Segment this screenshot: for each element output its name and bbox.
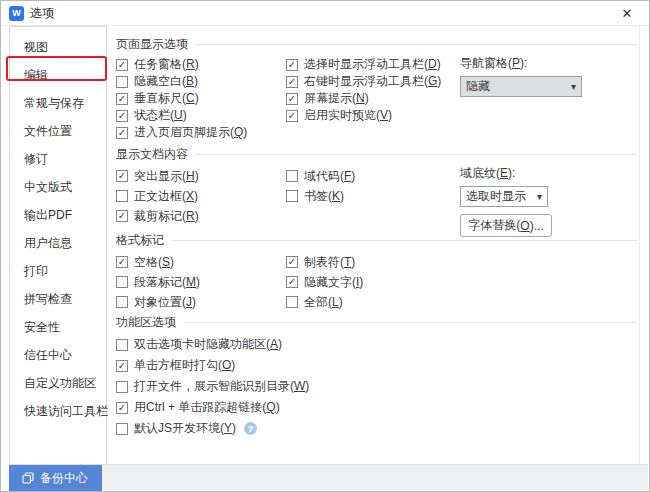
sidebar-item[interactable]: 输出PDF	[10, 201, 106, 229]
section: 显示文档内容✓突出显示(H)✓正文边框(X)✓裁剪标记(R)✓域代码(F)✓书签…	[108, 146, 639, 230]
checkbox-row: ✓进入页眉页脚提示(Q)	[116, 124, 247, 141]
checkbox-label: 突出显示(H)	[134, 168, 199, 185]
section-title: 功能区选项	[108, 314, 639, 330]
checkbox[interactable]: ✓	[286, 76, 298, 88]
side-label: 域底纹(E):	[460, 166, 552, 182]
checkbox-row: ✓隐藏空白(B)	[116, 73, 247, 90]
checkbox-label: 书签(K)	[304, 188, 344, 205]
checkbox[interactable]: ✓	[286, 276, 298, 288]
sidebar-item[interactable]: 打印	[10, 257, 106, 285]
checkbox[interactable]: ✓	[116, 76, 128, 88]
checkbox-row: ✓对象位置(J)	[116, 292, 200, 312]
dropdown-value: 隐藏	[466, 78, 567, 95]
section-body: ✓突出显示(H)✓正文边框(X)✓裁剪标记(R)✓域代码(F)✓书签(K)域底纹…	[108, 166, 639, 230]
checkbox[interactable]: ✓	[116, 127, 128, 139]
sidebar-item[interactable]: 用户信息	[10, 229, 106, 257]
checkbox-label: 单击方框时打勾(O)	[134, 357, 235, 374]
checkbox-row: ✓右键时显示浮动工具栏(G)	[286, 73, 441, 90]
checkbox[interactable]: ✓	[116, 423, 128, 435]
checkbox[interactable]: ✓	[116, 210, 128, 222]
bottom-bar: 备份中心	[9, 464, 648, 490]
checkbox-row: ✓屏幕提示(N)	[286, 90, 441, 107]
backup-center-icon	[22, 472, 34, 484]
dropdown[interactable]: 隐藏▾	[460, 76, 582, 97]
checkbox-row: ✓选择时显示浮动工具栏(D)	[286, 56, 441, 73]
section: 页面显示选项✓任务窗格(R)✓隐藏空白(B)✓垂直标尺(C)✓状态栏(U)✓进入…	[108, 36, 639, 144]
checkbox-label: 域代码(F)	[304, 168, 355, 185]
checkbox-row: ✓垂直标尺(C)	[116, 90, 247, 107]
checkbox[interactable]: ✓	[116, 190, 128, 202]
checkbox-label: 用Ctrl + 单击跟踪超链接(Q)	[134, 399, 280, 416]
checkbox-row: ✓打开文件，展示智能识别目录(W)	[116, 376, 309, 397]
checkbox-row: ✓双击选项卡时隐藏功能区(A)	[116, 334, 309, 355]
checkbox-row: ✓段落标记(M)	[116, 272, 200, 292]
checkbox-column: ✓选择时显示浮动工具栏(D)✓右键时显示浮动工具栏(G)✓屏幕提示(N)✓启用实…	[286, 56, 441, 124]
checkbox-label: 任务窗格(R)	[134, 56, 199, 73]
checkbox-column: ✓任务窗格(R)✓隐藏空白(B)✓垂直标尺(C)✓状态栏(U)✓进入页眉页脚提示…	[116, 56, 247, 141]
checkbox[interactable]: ✓	[286, 170, 298, 182]
checkbox[interactable]: ✓	[286, 93, 298, 105]
checkbox-row: ✓单击方框时打勾(O)	[116, 355, 309, 376]
checkbox[interactable]: ✓	[116, 59, 128, 71]
sidebar-item[interactable]: 常规与保存	[10, 89, 106, 117]
chevron-down-icon: ▾	[537, 191, 542, 202]
checkbox[interactable]: ✓	[116, 402, 128, 414]
section-body: ✓双击选项卡时隐藏功能区(A)✓单击方框时打勾(O)✓打开文件，展示智能识别目录…	[108, 334, 639, 444]
checkbox[interactable]: ✓	[116, 276, 128, 288]
checkbox-row: ✓书签(K)	[286, 186, 355, 206]
checkbox-label: 打开文件，展示智能识别目录(W)	[134, 378, 309, 395]
sidebar-item[interactable]: 安全性	[10, 313, 106, 341]
section-body: ✓任务窗格(R)✓隐藏空白(B)✓垂直标尺(C)✓状态栏(U)✓进入页眉页脚提示…	[108, 56, 639, 144]
checkbox-row: ✓默认JS开发环境(Y)?	[116, 418, 309, 439]
font-substitution-button[interactable]: 字体替换(O)...	[460, 214, 552, 237]
checkbox-row: ✓启用实时预览(V)	[286, 107, 441, 124]
checkbox[interactable]: ✓	[116, 170, 128, 182]
sidebar-item[interactable]: 自定义功能区	[10, 369, 106, 397]
checkbox[interactable]: ✓	[286, 190, 298, 202]
checkbox[interactable]: ✓	[286, 256, 298, 268]
checkbox-column: ✓双击选项卡时隐藏功能区(A)✓单击方框时打勾(O)✓打开文件，展示智能识别目录…	[116, 334, 309, 439]
wps-writer-icon: W	[9, 6, 24, 21]
options-dialog: W 选项 ✕ 视图编辑常规与保存文件位置修订中文版式输出PDF用户信息打印拼写检…	[0, 0, 650, 492]
sidebar-item[interactable]: 修订	[10, 145, 106, 173]
help-icon[interactable]: ?	[244, 422, 257, 435]
checkbox[interactable]: ✓	[286, 59, 298, 71]
sidebar-item[interactable]: 快速访问工具栏	[10, 397, 106, 425]
checkbox-row: ✓状态栏(U)	[116, 107, 247, 124]
sidebar: 视图编辑常规与保存文件位置修订中文版式输出PDF用户信息打印拼写检查安全性信任中…	[9, 26, 107, 465]
checkbox[interactable]: ✓	[116, 110, 128, 122]
sidebar-item[interactable]: 文件位置	[10, 117, 106, 145]
checkbox-label: 正文边框(X)	[134, 188, 198, 205]
checkbox[interactable]: ✓	[116, 256, 128, 268]
backup-center-button[interactable]: 备份中心	[9, 465, 102, 491]
dropdown[interactable]: 选取时显示▾	[460, 186, 548, 207]
sidebar-item[interactable]: 信任中心	[10, 341, 106, 369]
checkbox[interactable]: ✓	[286, 296, 298, 308]
close-icon[interactable]: ✕	[613, 2, 641, 24]
checkbox-column: ✓空格(S)✓段落标记(M)✓对象位置(J)	[116, 252, 200, 312]
checkbox-label: 隐藏空白(B)	[134, 73, 198, 90]
checkbox[interactable]: ✓	[116, 360, 128, 372]
checkbox[interactable]: ✓	[286, 110, 298, 122]
checkbox-row: ✓制表符(T)	[286, 252, 363, 272]
checkbox-row: ✓空格(S)	[116, 252, 200, 272]
checkbox[interactable]: ✓	[116, 296, 128, 308]
checkbox[interactable]: ✓	[116, 93, 128, 105]
checkbox-label: 对象位置(J)	[134, 294, 196, 311]
section-title: 格式标记	[108, 232, 639, 248]
sidebar-item[interactable]: 拼写检查	[10, 285, 106, 313]
checkbox[interactable]: ✓	[116, 381, 128, 393]
sidebar-item[interactable]: 中文版式	[10, 173, 106, 201]
chevron-down-icon: ▾	[571, 81, 576, 92]
checkbox-row: ✓任务窗格(R)	[116, 56, 247, 73]
checkbox-row: ✓用Ctrl + 单击跟踪超链接(Q)	[116, 397, 309, 418]
checkbox-row: ✓正文边框(X)	[116, 186, 199, 206]
checkbox[interactable]: ✓	[116, 339, 128, 351]
sidebar-item[interactable]: 视图	[10, 33, 106, 61]
sections-container: 页面显示选项✓任务窗格(R)✓隐藏空白(B)✓垂直标尺(C)✓状态栏(U)✓进入…	[108, 26, 639, 444]
checkbox-label: 状态栏(U)	[134, 107, 187, 124]
sidebar-item[interactable]: 编辑	[10, 61, 106, 89]
section-title: 显示文档内容	[108, 146, 639, 162]
checkbox-label: 进入页眉页脚提示(Q)	[134, 124, 247, 141]
checkbox-label: 选择时显示浮动工具栏(D)	[304, 56, 441, 73]
